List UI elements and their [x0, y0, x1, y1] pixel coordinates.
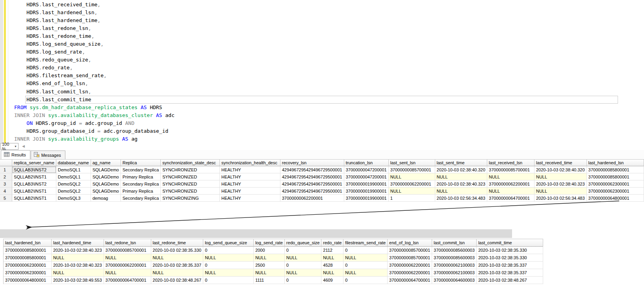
grid-cell[interactable]: DemoSQL1	[56, 173, 91, 180]
grid-cell[interactable]: NULL	[151, 269, 204, 277]
grid-cell[interactable]: 37000000085700001	[388, 254, 432, 262]
grid-cell[interactable]: 37000000062100003	[432, 262, 477, 269]
column-header[interactable]: last_hardened_lsn	[587, 159, 644, 166]
sql-editor[interactable]: HDRS.last_received_time, HDRS.last_harde…	[0, 0, 644, 143]
editor-line[interactable]: HDRS.last_redone_time,	[14, 32, 644, 40]
grid-cell[interactable]: 2020-10-03 02:38:35.330	[151, 247, 204, 254]
grid-cell[interactable]: 37000000085700001	[487, 166, 535, 173]
grid-cell[interactable]: NULL	[285, 254, 321, 262]
grid-cell[interactable]: 2020-10-03 02:56:34.483	[535, 195, 587, 202]
grid-cell[interactable]: 37000000062200001	[389, 180, 435, 188]
grid-cell[interactable]: SQLLAB2\INST1	[12, 195, 56, 202]
grid-cell[interactable]: Secondary Replica	[121, 166, 161, 173]
editor-line[interactable]: FROM sys.dm_hadr_database_replica_states…	[14, 104, 644, 111]
column-header[interactable]: replica_server_name	[12, 159, 56, 166]
grid-cell[interactable]: 2112	[321, 247, 343, 254]
grid-cell[interactable]: 37000000064700001	[104, 277, 151, 284]
grid-cell[interactable]: 37000000085800001	[587, 166, 644, 173]
grid-cell[interactable]: NULL	[254, 269, 285, 277]
grid-cell[interactable]: 0	[343, 262, 388, 269]
zoom-level-select[interactable]: 100 % ▼	[0, 143, 19, 150]
grid-cell[interactable]: 4294967295429496729500001	[280, 188, 344, 195]
grid-cell[interactable]: SQLLAB2\INST1	[12, 188, 56, 195]
column-header[interactable]: last_sent_lsn	[389, 159, 435, 166]
grid-cell[interactable]: 4294967295429496729500001	[280, 166, 344, 173]
grid-cell[interactable]: 0	[285, 247, 321, 254]
grid-cell[interactable]: 37000000085700001	[104, 247, 151, 254]
grid-cell[interactable]: 37000000047200001	[344, 166, 389, 173]
column-header[interactable]: last_redone_lsn	[104, 239, 151, 247]
grid-cell[interactable]: 37000000085700001	[388, 247, 432, 254]
grid-cell[interactable]: 37000000062200001	[104, 262, 151, 269]
grid-cell[interactable]: NULL	[151, 254, 204, 262]
grid-cell[interactable]: SQLLAB2\INST1	[12, 173, 56, 180]
grid-cell[interactable]: NULL	[254, 254, 285, 262]
grid-cell[interactable]: 37000000019900001	[344, 195, 389, 202]
grid-cell[interactable]: SQLAGDemo	[91, 180, 121, 188]
column-header[interactable]: redo_rate	[321, 239, 343, 247]
grid-cell[interactable]: 37000000062200001	[487, 180, 535, 188]
grid-cell[interactable]: 37000000062300001	[4, 262, 52, 269]
editor-line[interactable]: HDRS.last_redone_lsn,	[14, 24, 644, 32]
column-header[interactable]: last_commit_time	[477, 239, 543, 247]
row-number[interactable]: 2	[0, 173, 12, 180]
grid-cell[interactable]: SQLAGDemo	[91, 173, 121, 180]
row-number[interactable]: 3	[0, 180, 12, 188]
grid-cell[interactable]: 37000000062200001	[388, 269, 432, 277]
grid-cell[interactable]: 4609	[321, 277, 343, 284]
grid-cell[interactable]: 0	[203, 277, 254, 284]
grid-cell[interactable]: 37000000085800001	[4, 254, 52, 262]
grid-cell[interactable]: HEALTHY	[220, 166, 280, 173]
grid-cell[interactable]: 2020-10-03 02:38:48.267	[151, 277, 204, 284]
grid-cell[interactable]: NULL	[535, 188, 587, 195]
grid-cell[interactable]: NULL	[343, 269, 388, 277]
grid-cell[interactable]: NULL	[435, 173, 488, 180]
grid-cell[interactable]: 2020-10-03 02:38:35.337	[151, 262, 204, 269]
grid-cell[interactable]: HEALTHY	[220, 173, 280, 180]
grid-cell[interactable]: NULL	[321, 269, 343, 277]
grid-cell[interactable]: 37000000064600003	[432, 277, 477, 284]
grid-cell[interactable]: 2020-10-03 02:38:35.330	[477, 247, 543, 254]
grid-cell[interactable]: SYNCHRONIZED	[161, 173, 220, 180]
column-header[interactable]: end_of_log_lsn	[388, 239, 432, 247]
column-header[interactable]: last_sent_time	[435, 159, 488, 166]
grid-cell[interactable]: 2020-10-03 02:38:40.320	[435, 166, 488, 173]
grid-cell[interactable]: 2020-10-03 02:38:40.323	[52, 262, 104, 269]
editor-line[interactable]: INNER JOIN sys.availability_groups AS ag	[14, 135, 644, 143]
editor-line[interactable]: HDRS.log_send_rate,	[14, 48, 644, 56]
grid-cell[interactable]: 37000000064700001	[388, 277, 432, 284]
grid-cell[interactable]: 37000000062100003	[432, 269, 477, 277]
editor-line[interactable]: HDRS.last_commit_time	[14, 96, 644, 104]
column-header[interactable]: recovery_lsn	[280, 159, 344, 166]
column-header[interactable]: log_send_queue_size	[203, 239, 254, 247]
row-number[interactable]: 1	[0, 166, 12, 173]
grid-cell[interactable]: NULL	[52, 254, 104, 262]
column-header[interactable]: redo_queue_size	[285, 239, 321, 247]
column-header[interactable]: synchronization_state_desc	[161, 159, 220, 166]
grid-cell[interactable]: NULL	[389, 188, 435, 195]
grid-cell[interactable]: 2020-10-03 02:38:40.323	[52, 247, 104, 254]
grid-cell[interactable]: NULL	[203, 254, 254, 262]
grid-cell[interactable]: 2500	[254, 262, 285, 269]
column-header[interactable]: last_hardened_time	[52, 239, 104, 247]
grid-cell[interactable]: 4294967295429496729500001	[280, 173, 344, 180]
grid-cell[interactable]: NULL	[203, 269, 254, 277]
grid-cell[interactable]: 0	[343, 247, 388, 254]
grid-cell[interactable]: NULL	[343, 254, 388, 262]
grid-cell[interactable]: 2020-10-03 02:38:35.337	[477, 269, 543, 277]
editor-line[interactable]: HDRS.redo_rate,	[14, 64, 644, 72]
grid-cell[interactable]: 4294967295429496729500001	[280, 180, 344, 188]
grid-cell[interactable]: NULL	[435, 188, 488, 195]
column-header[interactable]: last_hardened_lsn	[4, 239, 52, 247]
grid-cell[interactable]: 37000000062200001	[388, 262, 432, 269]
grid-cell[interactable]: 0	[285, 277, 321, 284]
editor-line[interactable]: HDRS.group_database_id = adc.group_datab…	[14, 127, 644, 135]
grid-cell[interactable]: 0	[343, 277, 388, 284]
tab-results[interactable]: Results	[1, 150, 30, 159]
column-header[interactable]: ag_name	[91, 159, 121, 166]
grid-corner[interactable]	[0, 159, 12, 166]
column-header[interactable]: truncation_lsn	[344, 159, 389, 166]
grid-cell[interactable]: 37000000062200001	[280, 195, 344, 202]
grid-cell[interactable]: NULL	[389, 173, 435, 180]
grid-cell[interactable]: 37000000064800001	[587, 195, 644, 202]
